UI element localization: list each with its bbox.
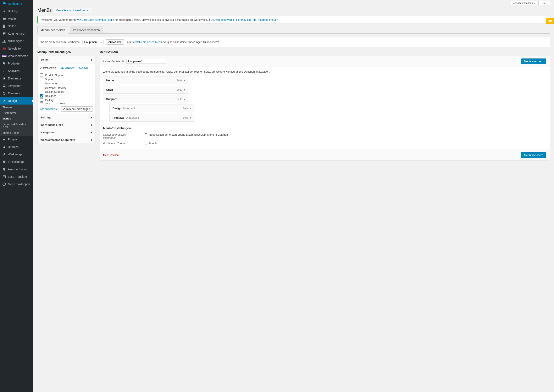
product-icon — [2, 61, 6, 66]
tab-edit-menus[interactable]: Menüs bearbeiten — [37, 27, 68, 34]
check-item[interactable]: Newsletter — [40, 81, 93, 85]
sidebar-item-analytics[interactable]: Analytics — [0, 67, 33, 75]
rating-notice: Awesome, you've been using WP Limit Logi… — [37, 16, 550, 23]
menu-item[interactable]: SupportSeite ▾ — [103, 95, 188, 103]
chevron-down-icon[interactable]: ▾ — [184, 98, 185, 101]
acc-links-head[interactable]: Individuelle Links▾ — [38, 121, 95, 129]
check-item[interactable]: Support — [40, 77, 93, 81]
sidebar-item-dashboard[interactable]: Dashboard — [0, 0, 33, 7]
page-checkbox[interactable] — [40, 102, 43, 104]
page-checkbox[interactable] — [40, 98, 43, 102]
sidebar-item-kommentare[interactable]: Kommentare — [0, 30, 33, 37]
chevron-down-icon: ▾ — [91, 123, 92, 126]
menu-item[interactable]: ShopSeite ▾ — [103, 86, 188, 94]
svg-point-1 — [4, 146, 5, 147]
acc-cats-head[interactable]: Kategorien▾ — [38, 129, 95, 136]
page-checkbox[interactable] — [40, 86, 43, 89]
sidebar-item-produkte[interactable]: Produkte — [0, 60, 33, 67]
live-preview-link[interactable]: Verwalten mit Live-Vorschau — [54, 8, 92, 13]
check-item[interactable]: Produkt Support — [40, 73, 93, 77]
chevron-down-icon[interactable]: ▾ — [190, 116, 191, 119]
save-menu-button-bottom[interactable]: Menü speichern — [521, 152, 547, 158]
screen-options-button[interactable]: Ansicht anpassen ▾ — [511, 1, 537, 5]
sidebar-item-benutzer[interactable]: Benutzer — [0, 143, 33, 151]
tab-all[interactable]: Alle anzeigen — [59, 65, 76, 71]
sidebar-item-woocommerce[interactable]: WooWooCommerce — [0, 52, 33, 60]
theme-location-checkbox[interactable] — [145, 142, 147, 145]
menu-item[interactable]: HomeSeite ▾ — [103, 77, 188, 84]
save-menu-button-top[interactable]: Menü speichern — [521, 58, 547, 64]
sidebar-subitem-benutzerdefiniertes-css[interactable]: Benutzerdefiniertes CSS — [0, 121, 33, 130]
rate-already-link[interactable]: I already did — [236, 18, 251, 21]
menu-select[interactable]: Hauptmenü — [82, 40, 104, 44]
acc-woo-head[interactable]: WooCommerce-Endpunkte▾ — [38, 136, 95, 144]
sidebar-item-elementor[interactable]: EElementor — [0, 75, 33, 82]
auto-add-option[interactable]: Neue Seiten der ersten Ebene automatisch… — [145, 133, 228, 136]
page-checkbox[interactable] — [40, 77, 43, 81]
brush-icon — [2, 99, 6, 103]
check-item[interactable]: Design Support — [40, 90, 93, 94]
sidebar-item-seiten[interactable]: Seiten — [0, 22, 33, 30]
tab-recent[interactable]: Zuletzt erstellt — [39, 65, 57, 71]
sidebar-subitem-themes[interactable]: Themes — [0, 105, 33, 110]
plugin-link[interactable]: WP Limit Login Attempts Plugin — [76, 18, 114, 21]
acc-pages-head[interactable]: Seiten▴ — [38, 56, 95, 63]
menu-item[interactable]: Design UnterpunktSeite ▾ — [109, 105, 194, 112]
sidebar-subitem-menüs[interactable]: Menüs — [0, 116, 33, 121]
check-item[interactable]: Defektes Produkt — [40, 85, 93, 90]
add-items-column: Menüpunkte hinzufügen Seiten▴ Zuletzt er… — [37, 50, 95, 144]
sidebar-item-plugins[interactable]: Plugins — [0, 136, 33, 143]
menu-name-input[interactable] — [126, 59, 166, 64]
delete-menu-link[interactable]: Menü löschen — [103, 154, 119, 157]
plugin-icon — [2, 137, 6, 141]
select-all-link[interactable]: Alle auswählen — [40, 108, 57, 111]
page-checklist[interactable]: Produkt Support Support Newsletter Defek… — [38, 71, 95, 104]
menu-structure-column: Menüstruktur Name des Menüs Menü speiche… — [99, 50, 550, 161]
sidebar-subitem-theme-editor[interactable]: Theme-Editor — [0, 130, 33, 136]
accordion: Seiten▴ Zuletzt erstellt Alle anzeigen S… — [37, 56, 95, 144]
chevron-down-icon[interactable]: ▾ — [190, 107, 191, 110]
comment-icon — [2, 32, 6, 36]
chevron-down-icon: ▾ — [91, 116, 92, 119]
sidebar-item-newsletter[interactable]: Newsletter — [0, 45, 33, 52]
chevron-down-icon[interactable]: ▾ — [184, 88, 185, 91]
chevron-down-icon[interactable]: ▾ — [184, 79, 185, 82]
check-item[interactable]: Gallery — [40, 98, 93, 102]
sidebar-item-einstellungen[interactable]: Einstellungen — [0, 158, 33, 165]
page-checkbox[interactable] — [40, 94, 43, 98]
page-checkbox[interactable] — [40, 90, 43, 93]
create-menu-link[interactable]: erstelle ein neues Menü — [133, 41, 162, 43]
tab-manage-locations[interactable]: Positionen verwalten — [70, 27, 103, 34]
sidebar-item-elements[interactable]: Elements — [0, 90, 33, 97]
sidebar-item-medien[interactable]: Medien — [0, 15, 33, 22]
acc-pages-body: Zuletzt erstellt Alle anzeigen Suchen Pr… — [38, 63, 95, 114]
structure-title: Menüstruktur — [99, 50, 550, 54]
crown-badge[interactable] — [546, 18, 554, 24]
sidebar-item-design[interactable]: Design — [0, 97, 33, 105]
sidebar-item-templates[interactable]: Templates — [0, 82, 33, 90]
chevron-down-icon: ▾ — [91, 138, 92, 141]
settings-icon — [2, 160, 6, 164]
sidebar-subitem-customizer[interactable]: Customizer — [0, 110, 33, 116]
add-to-menu-button[interactable]: Zum Menü hinzufügen — [61, 106, 93, 112]
check-item[interactable]: Welcome to NBDesigner — [40, 102, 93, 104]
tab-search[interactable]: Suchen — [78, 65, 89, 71]
drag-hint: Ziehe die Einträge in deine bevorzugte R… — [103, 70, 546, 73]
admin-sidebar: DashboardBeiträgeMedienSeitenKommentaren… — [0, 0, 33, 165]
rate-no-link[interactable]: No, not good enough — [253, 18, 278, 21]
menu-item[interactable]: Produkte UnterpunktSeite ▾ — [109, 114, 194, 122]
sidebar-item-beiträge[interactable]: Beiträge — [0, 7, 33, 15]
check-item[interactable]: Designer — [40, 94, 93, 98]
help-button[interactable]: Hilfe ▾ — [539, 1, 550, 5]
auto-add-checkbox[interactable] — [145, 133, 147, 136]
sidebar-item-nbdesigner[interactable]: nbNBDesigner — [0, 37, 33, 45]
svg-point-0 — [3, 92, 5, 95]
page-checkbox[interactable] — [40, 73, 43, 77]
sidebar-item-werkzeuge[interactable]: Werkzeuge — [0, 151, 33, 158]
select-menu-button[interactable]: Auswählen — [106, 39, 124, 45]
acc-posts-head[interactable]: Beiträge▾ — [38, 114, 95, 121]
pin-icon — [2, 9, 6, 13]
theme-location-option[interactable]: Primär — [145, 142, 157, 145]
rate-ok-link[interactable]: Ok, you deserved it — [211, 18, 234, 21]
page-checkbox[interactable] — [40, 82, 43, 85]
